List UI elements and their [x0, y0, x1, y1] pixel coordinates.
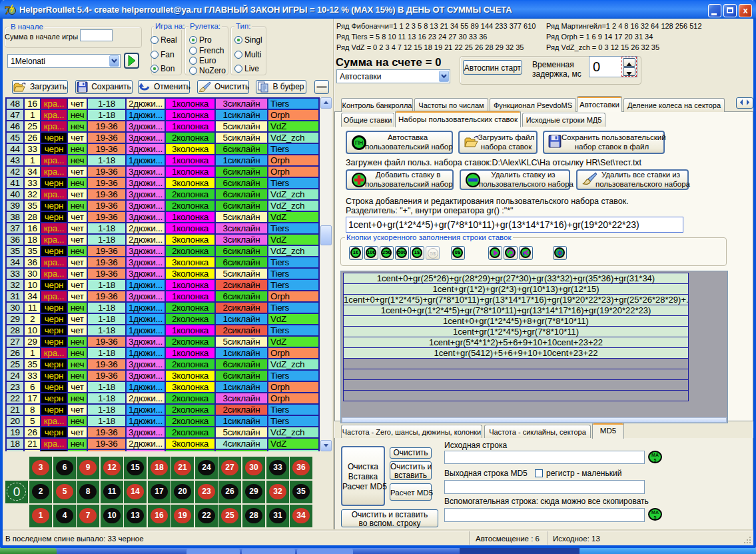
svg-text:ПН: ПН: [355, 139, 363, 146]
